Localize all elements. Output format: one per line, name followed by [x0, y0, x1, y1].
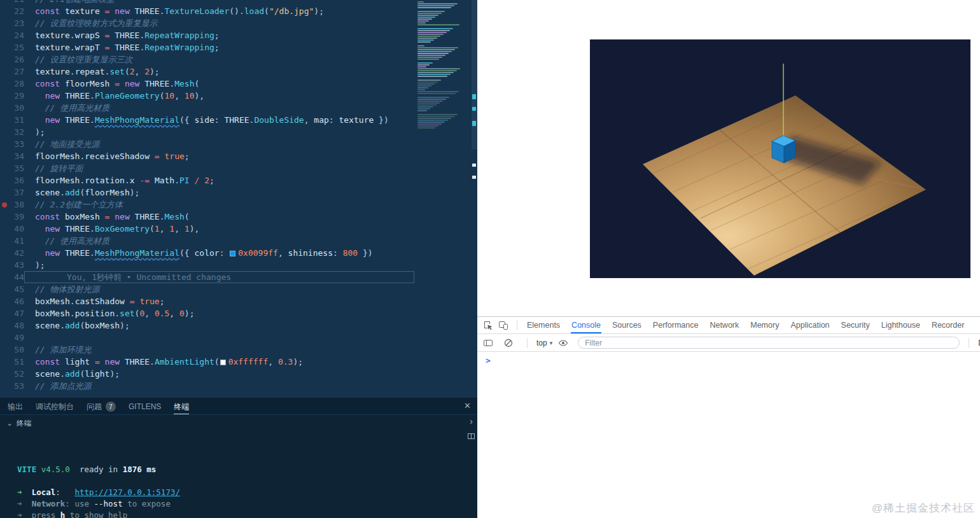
line-number[interactable]: 35	[0, 162, 24, 174]
code-line-29[interactable]: 29 new THREE.PlaneGeometry(10, 10),	[0, 90, 416, 102]
clear-console-icon[interactable]	[503, 337, 514, 349]
minimap[interactable]	[416, 0, 472, 398]
panel-tab-输出[interactable]: 输出	[8, 398, 23, 414]
chevron-down-icon[interactable]: ⌄	[6, 419, 13, 428]
terminal-section-header[interactable]: ⌄ 终端	[0, 415, 477, 431]
code-line-30[interactable]: 30 // 使用高光材质	[0, 102, 416, 114]
code-line-23[interactable]: 23// 设置纹理映射方式为重复显示	[0, 17, 416, 29]
line-number[interactable]: 44	[0, 271, 24, 283]
code-line-35[interactable]: 35// 旋转平面	[0, 162, 416, 174]
line-number[interactable]: 21	[0, 0, 24, 5]
line-number[interactable]: 31	[0, 114, 24, 126]
code-line-46[interactable]: 46boxMesh.castShadow = true;	[0, 295, 416, 307]
code-line-38[interactable]: 38// 2.2创建一个立方体	[0, 199, 416, 211]
code-line-48[interactable]: 48scene.add(boxMesh);	[0, 319, 416, 332]
line-number[interactable]: 29	[0, 90, 24, 102]
code-line-51[interactable]: 51const light = new THREE.AmbientLight(0…	[0, 356, 416, 368]
line-number[interactable]: 25	[0, 41, 24, 53]
terminal-link[interactable]: http://127.0.0.1:5173/	[74, 487, 180, 497]
console-prompt[interactable]: >	[486, 356, 491, 365]
eye-icon[interactable]	[557, 337, 569, 349]
line-number[interactable]: 26	[0, 53, 24, 66]
line-number[interactable]: 50	[0, 344, 24, 356]
devtools-tab-security[interactable]: Security	[836, 317, 876, 333]
line-number[interactable]: 53	[0, 380, 24, 392]
scrollbar-thumb[interactable]	[472, 0, 477, 150]
devtools-tab-sources[interactable]: Sources	[606, 317, 647, 333]
devtools-tab-recorder[interactable]: Recorder	[926, 317, 970, 333]
devtools-tab-application[interactable]: Application	[785, 317, 835, 333]
console-messages-area[interactable]: >	[477, 352, 980, 518]
line-number[interactable]: 46	[0, 295, 24, 307]
line-number[interactable]: 22	[0, 5, 24, 17]
devtools-tab-memory[interactable]: Memory	[745, 317, 785, 333]
line-number[interactable]: 23	[0, 17, 24, 29]
code-line-42[interactable]: 42 new THREE.MeshPhongMaterial({ color: …	[0, 247, 416, 259]
line-number[interactable]: 48	[0, 319, 24, 332]
code-line-21[interactable]: 21// 2.1创建地面模型	[0, 0, 416, 5]
chevron-right-icon[interactable]: ›	[470, 417, 473, 426]
line-number[interactable]: 28	[0, 78, 24, 90]
code-line-50[interactable]: 50// 添加环境光	[0, 344, 416, 356]
line-number[interactable]: 51	[0, 356, 24, 368]
code-line-49[interactable]: 49	[0, 332, 416, 344]
code-line-52[interactable]: 52scene.add(light);	[0, 368, 416, 380]
code-line-24[interactable]: 24texture.wrapS = THREE.RepeatWrapping;	[0, 29, 416, 41]
code-line-43[interactable]: 43);	[0, 259, 416, 271]
line-number[interactable]: 45	[0, 283, 24, 295]
line-number[interactable]: 30	[0, 102, 24, 114]
code-line-40[interactable]: 40 new THREE.BoxGeometry(1, 1, 1),	[0, 223, 416, 235]
code-line-27[interactable]: 27texture.repeat.set(2, 2);	[0, 66, 416, 78]
close-panel-icon[interactable]: ✕	[464, 401, 471, 410]
line-number[interactable]: 24	[0, 29, 24, 41]
line-number[interactable]: 39	[0, 211, 24, 223]
code-line-28[interactable]: 28const floorMesh = new THREE.Mesh(	[0, 78, 416, 90]
panel-tab-GITLENS[interactable]: GITLENS	[129, 398, 161, 414]
devtools-tab-elements[interactable]: Elements	[521, 317, 566, 333]
line-number[interactable]: 37	[0, 186, 24, 199]
code-line-36[interactable]: 36floorMesh.rotation.x -= Math.PI / 2;	[0, 174, 416, 186]
line-number[interactable]: 52	[0, 368, 24, 380]
line-number[interactable]: 42	[0, 247, 24, 259]
split-terminal-icon[interactable]	[468, 433, 475, 439]
code-line-25[interactable]: 25texture.wrapT = THREE.RepeatWrapping;	[0, 41, 416, 53]
code-line-41[interactable]: 41 // 使用高光材质	[0, 235, 416, 247]
line-number[interactable]: 36	[0, 174, 24, 186]
code-line-53[interactable]: 53// 添加点光源	[0, 380, 416, 392]
code-line-33[interactable]: 33// 地面接受光源	[0, 138, 416, 150]
code-line-31[interactable]: 31 new THREE.MeshPhongMaterial({ side: T…	[0, 114, 416, 126]
code-line-22[interactable]: 22const texture = new THREE.TextureLoade…	[0, 5, 416, 17]
line-number[interactable]: 47	[0, 307, 24, 319]
line-number[interactable]: 32	[0, 126, 24, 138]
breakpoint-icon[interactable]	[2, 202, 7, 207]
panel-tab-调试控制台[interactable]: 调试控制台	[36, 398, 74, 414]
line-number[interactable]: 27	[0, 66, 24, 78]
inspect-element-icon[interactable]	[482, 319, 494, 331]
context-selector[interactable]: top ▾	[536, 339, 552, 347]
line-number[interactable]: 49	[0, 332, 24, 344]
threejs-canvas[interactable]	[590, 39, 970, 278]
devtools-tab-performance[interactable]: Performance	[647, 317, 704, 333]
devtools-tab-network[interactable]: Network	[704, 317, 745, 333]
code-line-44[interactable]: 44You, 1秒钟前 • Uncommitted changes	[0, 271, 416, 283]
code-line-37[interactable]: 37scene.add(floorMesh);	[0, 186, 416, 199]
device-toolbar-icon[interactable]	[498, 319, 509, 331]
code-line-34[interactable]: 34floorMesh.receiveShadow = true;	[0, 150, 416, 162]
devtools-tab-console[interactable]: Console	[566, 317, 606, 333]
code-line-47[interactable]: 47boxMesh.position.set(0, 0.5, 0);	[0, 307, 416, 319]
console-sidebar-icon[interactable]	[482, 337, 494, 349]
code-line-39[interactable]: 39const boxMesh = new THREE.Mesh(	[0, 211, 416, 223]
devtools-tab-lighthouse[interactable]: Lighthouse	[876, 317, 926, 333]
code-line-26[interactable]: 26// 设置纹理重复显示三次	[0, 53, 416, 66]
line-number[interactable]: 34	[0, 150, 24, 162]
line-number[interactable]: 33	[0, 138, 24, 150]
code-line-32[interactable]: 32);	[0, 126, 416, 138]
line-number[interactable]: 40	[0, 223, 24, 235]
line-number[interactable]: 41	[0, 235, 24, 247]
panel-tab-终端[interactable]: 终端	[174, 398, 189, 414]
line-number[interactable]: 43	[0, 259, 24, 271]
overview-ruler[interactable]	[472, 0, 477, 398]
console-filter-input[interactable]	[578, 337, 960, 349]
panel-tab-问题[interactable]: 问题7	[87, 398, 116, 414]
code-line-45[interactable]: 45// 物体投射光源	[0, 283, 416, 295]
